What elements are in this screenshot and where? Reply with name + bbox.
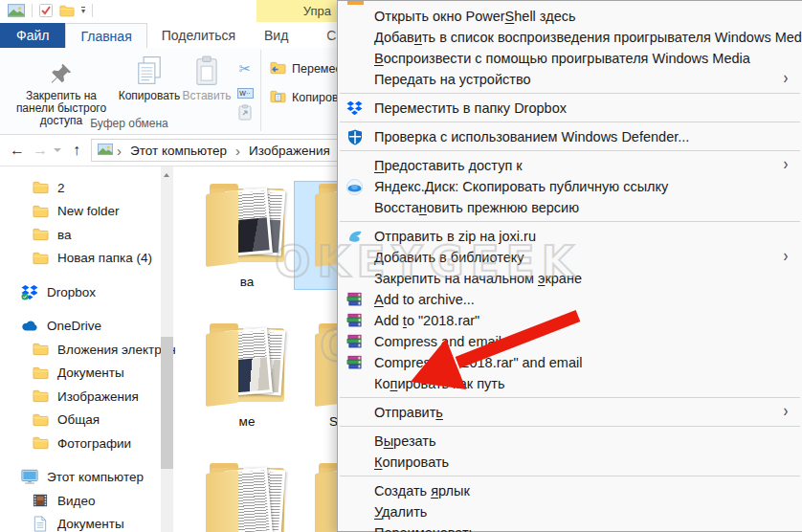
menu-item-18[interactable]: Отправить› bbox=[338, 402, 802, 423]
menu-item-13[interactable]: Add to archive... bbox=[338, 289, 802, 310]
forward-button[interactable]: → bbox=[31, 135, 50, 166]
picture-icon bbox=[8, 4, 25, 17]
folder-me-tile[interactable]: ме bbox=[199, 320, 295, 429]
paste-button-label: Вставить bbox=[183, 90, 232, 102]
properties-check-icon[interactable] bbox=[39, 4, 53, 17]
folder-icon bbox=[32, 250, 49, 266]
menu-item-label: Воспроизвести с помощью проигрывателя Wi… bbox=[374, 51, 750, 66]
tab-file[interactable]: Файл bbox=[0, 23, 65, 48]
menu-item-7[interactable]: Предоставить доступ к› bbox=[338, 155, 802, 176]
qat-customize-dropdown-icon[interactable]: ▾ bbox=[81, 7, 85, 14]
sidebar-scrollbar[interactable] bbox=[161, 166, 173, 532]
scroll-up-icon[interactable] bbox=[164, 173, 169, 177]
menu-item-label: Копировать bbox=[374, 454, 449, 470]
menu-item-label: Яндекс.Диск: Скопировать публичную ссылк… bbox=[374, 179, 668, 194]
menu-item-4[interactable]: Передать на устройство› bbox=[338, 69, 802, 90]
folder-icon bbox=[32, 388, 49, 405]
menu-item-label: Добавить в список воспроизведения проигр… bbox=[374, 30, 802, 45]
menu-item-22[interactable]: Удалить bbox=[338, 501, 802, 522]
sidebar-item-documents[interactable]: Документы bbox=[0, 362, 175, 386]
sidebar-item-label: Вложения электронной bbox=[57, 343, 175, 357]
menu-separator bbox=[338, 90, 802, 98]
menu-item-21[interactable]: Создать ярлык bbox=[338, 480, 802, 501]
breadcrumb-item[interactable]: Изображения bbox=[244, 144, 335, 158]
dropbox-sync-icon bbox=[21, 284, 38, 300]
sidebar-item-photos[interactable]: Фотографии bbox=[0, 432, 175, 455]
tab-share[interactable]: Поделиться bbox=[147, 23, 250, 48]
sidebar-item-documents-2[interactable]: Документы bbox=[0, 513, 175, 532]
menu-item-19[interactable]: Вырезать bbox=[338, 431, 802, 452]
move-to-icon bbox=[270, 61, 286, 78]
copy-path-icon: W·· bbox=[237, 88, 254, 99]
sidebar-item-dropbox[interactable]: Dropbox bbox=[0, 280, 175, 304]
sidebar-item-label: Документы bbox=[57, 366, 124, 380]
menu-separator bbox=[338, 218, 802, 226]
sidebar-item-obshchaya[interactable]: Общая bbox=[0, 409, 175, 432]
sidebar-item-label: Этот компьютер bbox=[47, 470, 144, 484]
location-icon bbox=[98, 144, 113, 158]
dropbox-icon bbox=[345, 100, 364, 117]
menu-item-label: Переименовать bbox=[374, 525, 476, 532]
folder-icon bbox=[32, 435, 49, 452]
sidebar-item-label: Фотографии bbox=[57, 436, 131, 451]
onedrive-icon bbox=[21, 318, 38, 334]
sidebar-item-label: 2 bbox=[57, 181, 65, 195]
menu-item-17[interactable]: Копировать как путь bbox=[338, 373, 802, 394]
menu-item-15[interactable]: Compress and email... bbox=[338, 331, 802, 352]
copy-button[interactable]: Копировать bbox=[119, 54, 180, 102]
menu-item-9[interactable]: Восстановить прежнюю версию bbox=[338, 197, 802, 218]
menu-separator bbox=[338, 147, 802, 155]
breadcrumb-item[interactable]: Этот компьютер bbox=[125, 144, 232, 158]
menu-item-23[interactable]: Переименовать bbox=[338, 522, 802, 532]
winrar-icon bbox=[345, 354, 364, 371]
tab-home[interactable]: Главная bbox=[65, 23, 146, 48]
menu-item-1[interactable]: Открыть окно PowerShell здесь bbox=[338, 6, 802, 27]
new-folder-icon[interactable] bbox=[59, 5, 75, 17]
sidebar-item-novaya-papka-4[interactable]: Новая папка (4) bbox=[0, 247, 175, 271]
menu-item-20[interactable]: Копировать bbox=[338, 452, 802, 473]
sidebar-item-new-folder[interactable]: New folder bbox=[0, 200, 175, 224]
sidebar-item-label: New folder bbox=[57, 204, 120, 218]
computer-icon bbox=[21, 469, 38, 485]
sidebar-item-folder-va[interactable]: ва bbox=[0, 223, 175, 247]
back-button[interactable]: ← bbox=[6, 135, 29, 166]
menu-item-label: Compress to "2018.rar" and email bbox=[374, 355, 582, 370]
sidebar-item-this-pc[interactable]: Этот компьютер bbox=[0, 466, 175, 490]
menu-separator bbox=[338, 423, 802, 431]
sidebar-item-pictures[interactable]: Изображения bbox=[0, 385, 175, 409]
clipboard-group-label: Буфер обмена bbox=[0, 117, 258, 130]
recent-locations-dropdown[interactable] bbox=[52, 135, 63, 166]
menu-item-14[interactable]: Add to "2018.rar" bbox=[338, 310, 802, 331]
sidebar-item-video[interactable]: Видео bbox=[0, 489, 175, 513]
folder-docs-tile[interactable] bbox=[199, 459, 295, 532]
copy-path-button[interactable]: W·· bbox=[233, 83, 257, 102]
sidebar-item-label: Изображения bbox=[57, 389, 139, 404]
yandex-icon bbox=[345, 178, 364, 195]
menu-item-3[interactable]: Воспроизвести с помощью проигрывателя Wi… bbox=[338, 48, 802, 69]
watermark: OKEYGEEK bbox=[275, 237, 581, 286]
folder-icon bbox=[32, 203, 49, 219]
folder-icon bbox=[32, 365, 49, 381]
sidebar-item-label: Общая bbox=[57, 412, 100, 427]
menu-item-label: Вырезать bbox=[374, 433, 436, 449]
submenu-chevron-icon: › bbox=[784, 154, 789, 174]
sidebar-item-label: ва bbox=[57, 228, 72, 242]
menu-item-6[interactable]: Проверка с использованием Windows Defend… bbox=[338, 126, 802, 147]
sidebar-item-onedrive[interactable]: OneDrive bbox=[0, 315, 175, 339]
menu-item-2[interactable]: Добавить в список воспроизведения проигр… bbox=[338, 27, 802, 48]
paste-button[interactable]: Вставить bbox=[182, 54, 232, 102]
menu-item-label: Переместить в папку Dropbox bbox=[374, 100, 567, 116]
up-button[interactable]: ↑ bbox=[65, 135, 88, 166]
menu-item-8[interactable]: Яндекс.Диск: Скопировать публичную ссылк… bbox=[338, 176, 802, 197]
sidebar-item-email-attachments[interactable]: Вложения электронной bbox=[0, 338, 175, 362]
copy-to-icon bbox=[270, 90, 286, 106]
menu-item-5[interactable]: Переместить в папку Dropbox bbox=[338, 98, 802, 119]
tab-view[interactable]: Вид bbox=[250, 23, 302, 48]
sidebar-item-folder-2[interactable]: 2 bbox=[0, 176, 175, 200]
scrollbar-thumb[interactable] bbox=[161, 337, 173, 469]
folder-icon bbox=[203, 320, 291, 410]
breadcrumb-chevron-icon: › bbox=[115, 143, 123, 159]
cut-button[interactable]: ✂ bbox=[233, 59, 257, 78]
menu-item-16[interactable]: Compress to "2018.rar" and email bbox=[338, 352, 802, 373]
document-icon bbox=[32, 516, 49, 532]
